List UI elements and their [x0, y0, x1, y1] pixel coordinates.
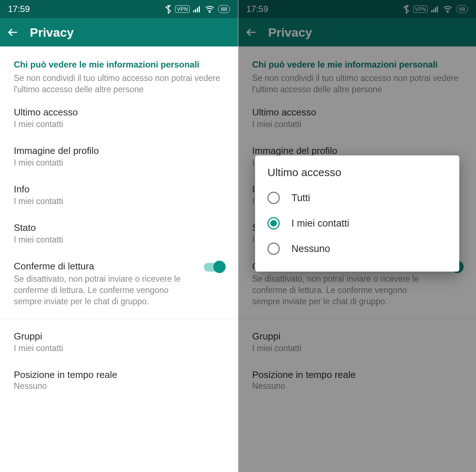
screenshot-right: 17:59 VPN 68 Privacy Chi può vedere le m… — [238, 0, 476, 472]
back-button[interactable] — [7, 26, 19, 38]
item-status[interactable]: Stato I miei contatti — [0, 214, 238, 253]
option-label: Tutti — [291, 192, 310, 204]
svg-rect-3 — [199, 6, 200, 12]
item-last-seen[interactable]: Ultimo accesso I miei contatti — [0, 99, 238, 137]
item-value: I miei contatti — [14, 119, 224, 129]
item-groups[interactable]: Gruppi I miei contatti — [0, 323, 238, 361]
app-bar: Privacy — [0, 18, 238, 46]
item-title: Posizione in tempo reale — [14, 369, 224, 381]
item-live-location[interactable]: Posizione in tempo reale — [0, 361, 238, 381]
radio-icon — [267, 192, 280, 204]
item-title: Ultimo accesso — [14, 107, 224, 118]
battery-badge: 68 — [218, 5, 230, 13]
item-read-receipts[interactable]: Conferme di lettura Se disattivato, non … — [0, 253, 238, 315]
divider — [0, 319, 238, 319]
item-value-cutoff: Nessuno — [0, 381, 238, 391]
item-desc: Se disattivato, non potrai inviare o ric… — [14, 273, 188, 307]
bluetooth-icon — [165, 4, 172, 14]
status-right: VPN 68 — [165, 4, 230, 14]
option-everyone[interactable]: Tutti — [265, 185, 449, 211]
dialog-title: Ultimo accesso — [265, 166, 449, 179]
svg-rect-0 — [193, 10, 194, 12]
option-nobody[interactable]: Nessuno — [265, 236, 449, 261]
status-bar: 17:59 VPN 68 — [0, 0, 238, 18]
wifi-icon — [205, 5, 214, 13]
status-time: 17:59 — [8, 4, 30, 14]
screenshot-left: 17:59 VPN 68 Privacy Chi può vedere le m… — [0, 0, 238, 472]
item-title: Info — [14, 184, 224, 195]
radio-icon — [267, 243, 280, 255]
signal-icon — [193, 6, 201, 12]
radio-icon — [267, 217, 280, 229]
settings-list[interactable]: Chi può vedere le mie informazioni perso… — [0, 46, 238, 392]
item-value: I miei contatti — [14, 196, 224, 206]
item-value: I miei contatti — [14, 158, 224, 168]
item-title: Stato — [14, 222, 224, 233]
section-header: Chi può vedere le mie informazioni perso… — [0, 46, 238, 73]
item-title: Conferme di lettura — [14, 261, 188, 272]
read-receipts-toggle[interactable] — [204, 263, 224, 272]
svg-rect-2 — [197, 8, 198, 12]
svg-rect-1 — [195, 9, 196, 12]
item-info[interactable]: Info I miei contatti — [0, 176, 238, 214]
last-seen-dialog: Ultimo accesso Tutti I miei contatti Nes… — [255, 155, 459, 272]
svg-point-4 — [209, 12, 210, 13]
item-title: Gruppi — [14, 331, 224, 342]
section-desc: Se non condividi il tuo ultimo accesso n… — [0, 73, 238, 99]
item-value: I miei contatti — [14, 343, 224, 353]
item-title: Immagine del profilo — [14, 145, 224, 156]
option-label: Nessuno — [291, 243, 330, 255]
vpn-badge: VPN — [175, 5, 190, 13]
item-profile-pic[interactable]: Immagine del profilo I miei contatti — [0, 137, 238, 176]
page-title: Privacy — [30, 25, 74, 40]
option-label: I miei contatti — [291, 218, 349, 229]
item-value: I miei contatti — [14, 235, 224, 245]
option-my-contacts[interactable]: I miei contatti — [265, 211, 449, 236]
